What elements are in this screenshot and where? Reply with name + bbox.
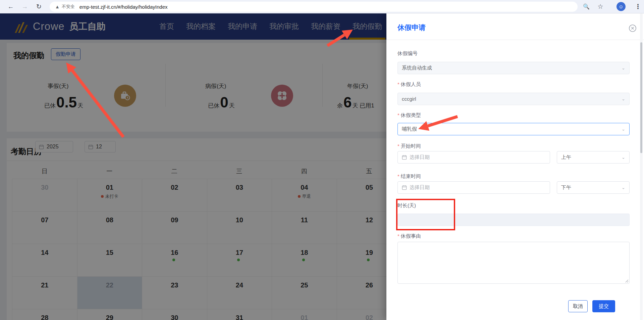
start-time-label: *开始时间 (397, 143, 421, 149)
chevron-down-icon: ⌄ (622, 155, 625, 160)
divider (386, 40, 644, 40)
url-text: emp-test.zjf-it.cn/#/holiday/holidayInde… (79, 4, 168, 10)
close-icon[interactable] (629, 24, 637, 32)
chevron-down-icon: ⌄ (622, 185, 625, 190)
leave-request-drawer: 休假申请 休假编号 系统自动生成⌄ *休假人员 cccgirl⌄ *休假类型 哺… (386, 13, 644, 320)
back-icon[interactable]: ← (7, 3, 15, 11)
start-ampm-select[interactable]: 上午⌄ (557, 151, 630, 164)
submit-button[interactable]: 提交 (592, 300, 615, 312)
person-label: *休假人员 (397, 81, 421, 88)
start-date-input[interactable]: 选择日期 (397, 151, 550, 164)
end-time-label: *结束时间 (397, 173, 421, 180)
duration-label: 时长(天) (397, 202, 416, 209)
profile-avatar[interactable]: ☺ (616, 2, 626, 11)
cancel-button[interactable]: 取消 (568, 300, 588, 312)
duration-input[interactable] (397, 214, 630, 226)
end-date-input[interactable]: 选择日期 (397, 181, 550, 194)
menu-kebab-icon[interactable]: ⋮ (634, 3, 642, 11)
reason-textarea[interactable] (397, 242, 630, 284)
leave-type-select[interactable]: 哺乳假⌄ (397, 123, 630, 135)
zoom-icon[interactable]: 🔍 (582, 3, 590, 11)
bookmark-star-icon[interactable]: ☆ (596, 3, 604, 11)
forward-icon[interactable]: → (21, 3, 29, 11)
scrollbar-track[interactable] (640, 13, 643, 320)
calendar-icon (402, 185, 407, 190)
address-bar[interactable]: ▲ 不安全 emp-test.zjf-it.cn/#/holiday/holid… (50, 2, 578, 12)
chevron-down-icon: ⌄ (622, 65, 625, 71)
reason-label: *休假事由 (397, 233, 421, 239)
scrollbar-thumb[interactable] (640, 42, 642, 153)
chevron-down-icon: ⌄ (622, 96, 625, 101)
calendar-icon (402, 155, 407, 160)
leave-no-label: 休假编号 (397, 50, 418, 57)
chevron-down-icon: ⌄ (622, 127, 625, 132)
reload-icon[interactable]: ↻ (35, 3, 43, 11)
leave-type-label: *休假类型 (397, 112, 421, 119)
drawer-title: 休假申请 (397, 23, 426, 32)
app-page: Crowe 员工自助 首页我的档案我的申请我的审批我的薪资我的假勤 我的假勤 假… (0, 13, 644, 320)
browser-toolbar: ← → ↻ ▲ 不安全 emp-test.zjf-it.cn/#/holiday… (0, 0, 644, 13)
security-label: 不安全 (62, 4, 75, 10)
leave-no-select[interactable]: 系统自动生成⌄ (397, 62, 630, 74)
end-ampm-select[interactable]: 下午⌄ (557, 181, 630, 194)
person-select[interactable]: cccgirl⌄ (397, 93, 630, 105)
not-secure-warning-icon: ▲ (55, 4, 60, 9)
